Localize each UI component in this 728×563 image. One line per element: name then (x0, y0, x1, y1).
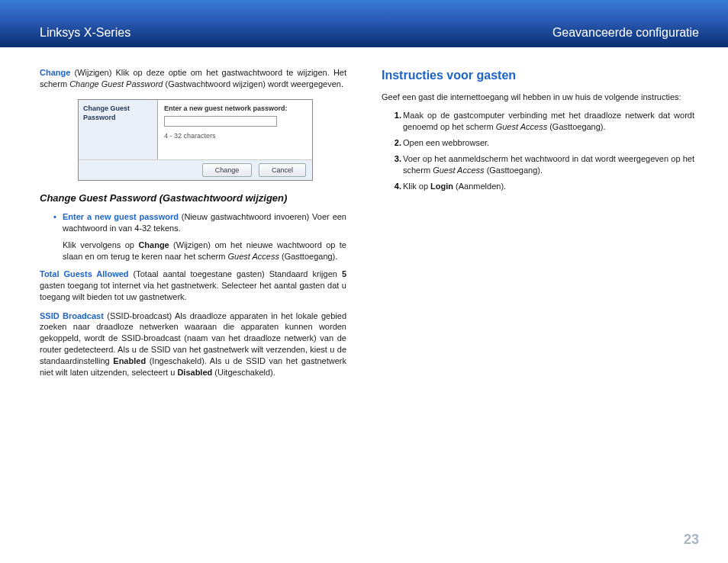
page-number: 23 (684, 532, 699, 548)
step-number: 3. (388, 153, 401, 165)
para-indent-change: Klik vervolgens op Change (Wijzigen) om … (40, 240, 346, 262)
screenshot-password-input (164, 116, 277, 127)
italic-guest-access: Guest Access (227, 252, 279, 261)
header-title-right: Geavanceerde configuratie (552, 26, 699, 40)
bullet-list: Enter a new guest password (Nieuw gastwa… (40, 211, 346, 234)
text: (Gastwachtwoord wijzigen) wordt weergege… (163, 79, 343, 88)
screenshot-change-button: Change (202, 163, 253, 177)
text: (Aanmelden). (453, 182, 506, 191)
para-ssid-broadcast: SSID Broadcast (SSID-broadcast) Als draa… (40, 310, 346, 378)
text: (Totaal aantal toegestane gasten) Standa… (129, 269, 342, 278)
text: (Uitgeschakeld). (212, 368, 275, 377)
bold-five: 5 (342, 269, 346, 278)
header-bar: Linksys X-Series Geavanceerde configurat… (0, 0, 728, 47)
subheading-change-guest-password: Change Guest Password (Gastwachtwoord wi… (40, 191, 346, 205)
text: Open een webbrowser. (403, 138, 489, 147)
steps-list: 1. Maak op de gastcomputer verbinding me… (382, 110, 694, 191)
para-total-guests: Total Guests Allowed (Totaal aantal toeg… (40, 269, 346, 303)
page-body: Change (Wijzigen) Klik op deze optie om … (0, 47, 728, 386)
header-title-left: Linksys X-Series (40, 26, 130, 40)
bold-change-inline: Change (138, 240, 169, 249)
step-number: 2. (388, 137, 401, 149)
italic-guest-access: Guest Access (496, 122, 547, 131)
column-left: Change (Wijzigen) Klik op deze optie om … (40, 67, 346, 386)
italic-change-guest-password: Change Guest Password (69, 79, 163, 88)
screenshot-button-bar: Change Cancel (79, 159, 312, 180)
step-number: 1. (388, 110, 401, 121)
term-enter-password: Enter a new guest password (63, 212, 179, 221)
embedded-screenshot: Change Guest Password Enter a new guest … (78, 99, 313, 181)
step-1: 1. Maak op de gastcomputer verbinding me… (403, 110, 694, 133)
text: Klik vervolgens op (63, 240, 138, 249)
step-3: 3. Voer op het aanmeldscherm het wachtwo… (403, 153, 694, 176)
text: (Gasttoegang). (279, 252, 337, 261)
text: (Gasttoegang). (547, 122, 605, 131)
text: Klik op (403, 182, 430, 191)
term-ssid-broadcast: SSID Broadcast (40, 311, 104, 320)
italic-guest-access: Guest Access (433, 166, 484, 175)
term-total-guests: Total Guests Allowed (40, 269, 129, 278)
text: (Gasttoegang). (485, 166, 543, 175)
bold-disabled: Disabled (177, 368, 212, 377)
screenshot-prompt: Enter a new guest network password: (164, 104, 306, 113)
screenshot-hint: 4 - 32 characters (164, 131, 306, 140)
step-2: 2. Open een webbrowser. (403, 137, 694, 149)
step-4: 4. Klik op Login (Aanmelden). (403, 181, 694, 192)
screenshot-sidebar-label: Change Guest Password (79, 100, 158, 159)
heading-instructies: Instructies voor gasten (382, 67, 694, 84)
bold-login: Login (430, 182, 453, 191)
step-number: 4. (388, 181, 401, 192)
screenshot-cancel-button: Cancel (259, 163, 306, 177)
para-change: Change (Wijzigen) Klik op deze optie om … (40, 67, 346, 90)
text: gasten toegang tot internet via het gast… (40, 281, 346, 301)
column-right: Instructies voor gasten Geef een gast di… (382, 67, 694, 386)
term-change: Change (40, 68, 70, 77)
bold-enabled: Enabled (113, 356, 146, 365)
para-intro-guests: Geef een gast die internettoegang wil he… (382, 92, 694, 103)
bullet-enter-password: Enter a new guest password (Nieuw gastwa… (53, 211, 346, 234)
